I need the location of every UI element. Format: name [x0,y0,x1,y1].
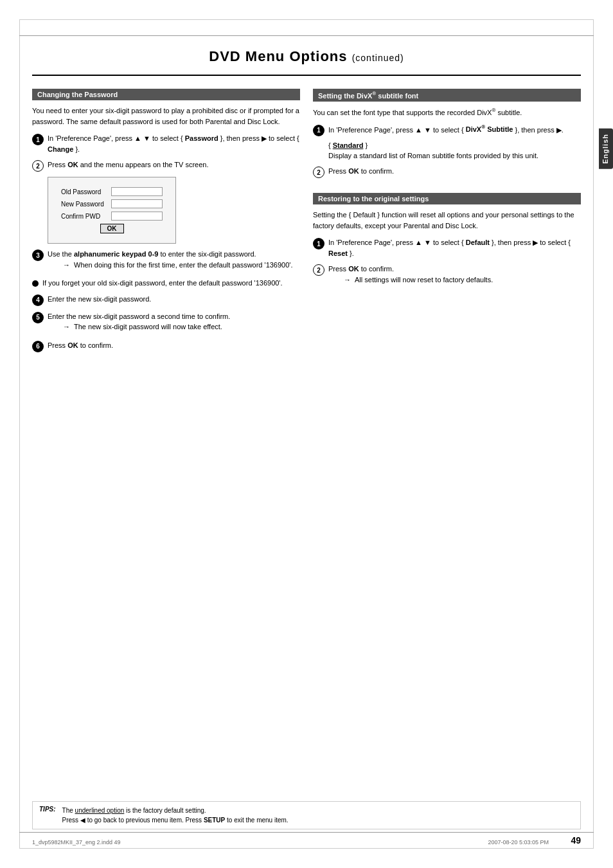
tips-label: TIPS: [39,806,56,813]
top-line [19,35,594,36]
footer-left: 1_dvp5982MKII_37_eng 2.indd 49 [32,839,121,845]
tips-underline: underlined option [75,807,125,814]
page-number: 49 [571,835,581,845]
tips-content: The underlined option is the factory def… [62,806,289,825]
tips-line1: The underlined option is the factory def… [62,806,289,815]
tips-section: TIPS: The underlined option is the facto… [32,801,581,829]
footer-right: 2007-08-20 5:03:05 PM [488,839,549,845]
english-tab: English [599,129,613,169]
bottom-line [19,832,594,833]
page-border [19,19,594,849]
tips-line2: Press ◀ to go back to previous menu item… [62,815,289,825]
